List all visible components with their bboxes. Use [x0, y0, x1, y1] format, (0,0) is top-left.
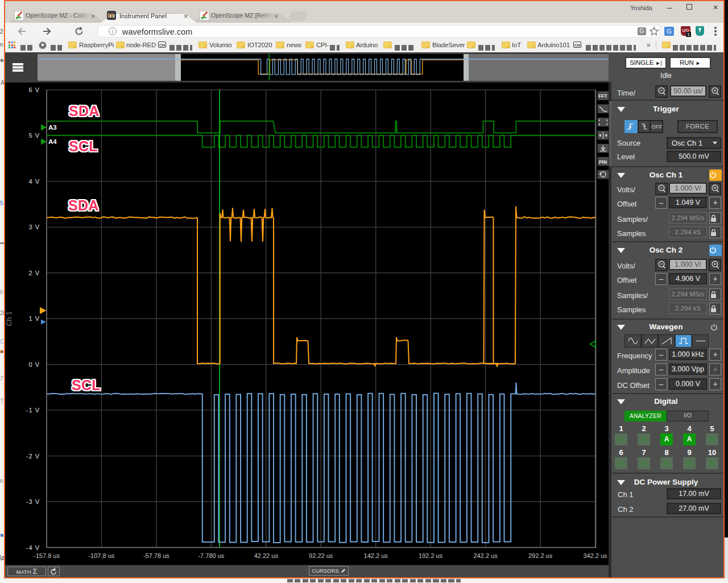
svg-text:5 V: 5 V: [28, 132, 40, 139]
svg-text:292.2 us: 292.2 us: [528, 552, 553, 559]
svg-text:42.22 us: 42.22 us: [254, 552, 279, 559]
svg-text:A4: A4: [48, 138, 57, 145]
svg-text:342.2 us: 342.2 us: [583, 552, 607, 559]
svg-text:-57.78 us: -57.78 us: [143, 552, 169, 559]
svg-text:6 V: 6 V: [28, 86, 40, 93]
svg-text:142.2 us: 142.2 us: [364, 552, 388, 559]
svg-text:-2 V: -2 V: [26, 452, 40, 459]
svg-text:-107.8 us: -107.8 us: [88, 552, 114, 559]
svg-text:2 V: 2 V: [28, 269, 40, 276]
svg-text:PIN: PIN: [599, 159, 607, 165]
svg-text:0 V: 0 V: [28, 361, 40, 367]
svg-text:242.2 us: 242.2 us: [473, 552, 498, 559]
svg-text:1 V: 1 V: [28, 315, 40, 322]
svg-text:-7.780 us: -7.780 us: [198, 552, 224, 559]
svg-text:92.22 us: 92.22 us: [309, 552, 333, 559]
svg-text:-3 V: -3 V: [26, 498, 40, 505]
svg-text:Ch 1: Ch 1: [5, 311, 13, 326]
svg-text:A3: A3: [48, 124, 57, 131]
svg-text:-4 V: -4 V: [26, 544, 40, 551]
svg-text:-1 V: -1 V: [26, 407, 40, 414]
svg-text:192.2 us: 192.2 us: [419, 552, 443, 559]
svg-text:4 V: 4 V: [28, 177, 40, 184]
svg-text:FFT: FFT: [598, 93, 607, 99]
svg-text:3 V: 3 V: [28, 224, 40, 230]
svg-text:-157.8 us: -157.8 us: [34, 552, 60, 559]
